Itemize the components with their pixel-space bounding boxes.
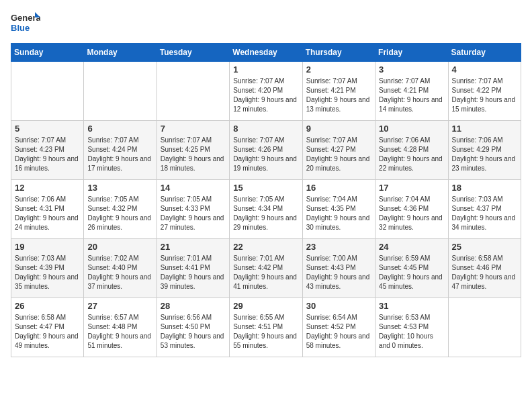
day-info: Sunrise: 7:04 AM Sunset: 4:35 PM Dayligh…: [306, 195, 371, 232]
calendar-cell: 4Sunrise: 7:07 AM Sunset: 4:22 PM Daylig…: [448, 62, 521, 121]
calendar-cell: 8Sunrise: 7:07 AM Sunset: 4:26 PM Daylig…: [230, 121, 302, 180]
calendar-cell: 13Sunrise: 7:05 AM Sunset: 4:32 PM Dayli…: [84, 180, 157, 239]
calendar-cell: 27Sunrise: 6:57 AM Sunset: 4:48 PM Dayli…: [84, 298, 157, 357]
day-info: Sunrise: 6:59 AM Sunset: 4:45 PM Dayligh…: [379, 254, 444, 291]
day-number: 31: [379, 301, 444, 311]
weekday-header-tuesday: Tuesday: [157, 44, 229, 62]
calendar-cell: 21Sunrise: 7:01 AM Sunset: 4:41 PM Dayli…: [157, 239, 229, 298]
calendar-cell: 25Sunrise: 6:58 AM Sunset: 4:46 PM Dayli…: [448, 239, 521, 298]
day-info: Sunrise: 7:07 AM Sunset: 4:20 PM Dayligh…: [233, 77, 298, 114]
day-number: 14: [161, 183, 226, 193]
calendar-table: SundayMondayTuesdayWednesdayThursdayFrid…: [11, 43, 521, 357]
day-number: 17: [379, 183, 444, 193]
day-info: Sunrise: 7:05 AM Sunset: 4:34 PM Dayligh…: [233, 195, 298, 232]
calendar-cell: [11, 62, 84, 121]
day-number: 13: [87, 183, 152, 193]
day-number: 20: [87, 242, 152, 252]
weekday-header-saturday: Saturday: [448, 44, 521, 62]
week-row-5: 26Sunrise: 6:58 AM Sunset: 4:47 PM Dayli…: [11, 298, 521, 357]
day-info: Sunrise: 7:01 AM Sunset: 4:41 PM Dayligh…: [161, 254, 226, 291]
week-row-2: 5Sunrise: 7:07 AM Sunset: 4:23 PM Daylig…: [11, 121, 521, 180]
calendar-cell: [84, 62, 157, 121]
day-number: 7: [161, 124, 226, 134]
day-number: 22: [233, 242, 298, 252]
day-info: Sunrise: 7:00 AM Sunset: 4:43 PM Dayligh…: [306, 254, 371, 291]
svg-text:Blue: Blue: [11, 23, 30, 33]
calendar-cell: 11Sunrise: 7:06 AM Sunset: 4:29 PM Dayli…: [448, 121, 521, 180]
calendar-cell: 10Sunrise: 7:06 AM Sunset: 4:28 PM Dayli…: [375, 121, 448, 180]
day-number: 4: [452, 64, 517, 75]
day-number: 2: [306, 64, 371, 75]
day-number: 18: [452, 183, 517, 193]
day-info: Sunrise: 7:07 AM Sunset: 4:21 PM Dayligh…: [306, 77, 371, 114]
calendar-cell: 12Sunrise: 7:06 AM Sunset: 4:31 PM Dayli…: [11, 180, 84, 239]
day-number: 26: [15, 301, 80, 311]
day-number: 25: [452, 242, 517, 252]
day-number: 1: [233, 64, 298, 75]
calendar-cell: 22Sunrise: 7:01 AM Sunset: 4:42 PM Dayli…: [230, 239, 302, 298]
calendar-cell: 29Sunrise: 6:55 AM Sunset: 4:51 PM Dayli…: [230, 298, 302, 357]
day-number: 19: [15, 242, 80, 252]
day-info: Sunrise: 7:07 AM Sunset: 4:27 PM Dayligh…: [306, 136, 371, 173]
day-info: Sunrise: 7:07 AM Sunset: 4:25 PM Dayligh…: [161, 136, 226, 173]
day-info: Sunrise: 7:07 AM Sunset: 4:24 PM Dayligh…: [87, 136, 152, 173]
day-number: 9: [306, 124, 371, 134]
week-row-4: 19Sunrise: 7:03 AM Sunset: 4:39 PM Dayli…: [11, 239, 521, 298]
day-info: Sunrise: 7:06 AM Sunset: 4:29 PM Dayligh…: [452, 136, 517, 173]
day-info: Sunrise: 7:03 AM Sunset: 4:39 PM Dayligh…: [15, 254, 80, 291]
day-number: 16: [306, 183, 371, 193]
day-info: Sunrise: 7:05 AM Sunset: 4:32 PM Dayligh…: [87, 195, 152, 232]
calendar-cell: 17Sunrise: 7:04 AM Sunset: 4:36 PM Dayli…: [375, 180, 448, 239]
calendar-cell: 16Sunrise: 7:04 AM Sunset: 4:35 PM Dayli…: [302, 180, 375, 239]
day-info: Sunrise: 7:06 AM Sunset: 4:28 PM Dayligh…: [379, 136, 444, 173]
weekday-header-row: SundayMondayTuesdayWednesdayThursdayFrid…: [11, 44, 521, 62]
week-row-1: 1Sunrise: 7:07 AM Sunset: 4:20 PM Daylig…: [11, 62, 521, 121]
calendar-cell: 15Sunrise: 7:05 AM Sunset: 4:34 PM Dayli…: [230, 180, 302, 239]
day-info: Sunrise: 7:07 AM Sunset: 4:23 PM Dayligh…: [15, 136, 80, 173]
day-info: Sunrise: 7:06 AM Sunset: 4:31 PM Dayligh…: [15, 195, 80, 232]
day-number: 11: [452, 124, 517, 134]
calendar-cell: 28Sunrise: 6:56 AM Sunset: 4:50 PM Dayli…: [157, 298, 229, 357]
weekday-header-wednesday: Wednesday: [230, 44, 302, 62]
calendar-cell: 20Sunrise: 7:02 AM Sunset: 4:40 PM Dayli…: [84, 239, 157, 298]
day-info: Sunrise: 7:01 AM Sunset: 4:42 PM Dayligh…: [233, 254, 298, 291]
calendar-cell: 5Sunrise: 7:07 AM Sunset: 4:23 PM Daylig…: [11, 121, 84, 180]
day-number: 23: [306, 242, 371, 252]
day-number: 12: [15, 183, 80, 193]
calendar-cell: 24Sunrise: 6:59 AM Sunset: 4:45 PM Dayli…: [375, 239, 448, 298]
day-info: Sunrise: 6:54 AM Sunset: 4:52 PM Dayligh…: [306, 313, 371, 351]
day-number: 27: [87, 301, 152, 311]
day-info: Sunrise: 7:03 AM Sunset: 4:37 PM Dayligh…: [452, 195, 517, 232]
day-info: Sunrise: 7:07 AM Sunset: 4:21 PM Dayligh…: [379, 77, 444, 114]
calendar-cell: 30Sunrise: 6:54 AM Sunset: 4:52 PM Dayli…: [302, 298, 375, 357]
calendar-cell: 1Sunrise: 7:07 AM Sunset: 4:20 PM Daylig…: [230, 62, 302, 121]
weekday-header-thursday: Thursday: [302, 44, 375, 62]
calendar-cell: 19Sunrise: 7:03 AM Sunset: 4:39 PM Dayli…: [11, 239, 84, 298]
calendar-cell: 6Sunrise: 7:07 AM Sunset: 4:24 PM Daylig…: [84, 121, 157, 180]
day-info: Sunrise: 7:05 AM Sunset: 4:33 PM Dayligh…: [161, 195, 226, 232]
logo: General Blue: [11, 11, 40, 35]
calendar-cell: 14Sunrise: 7:05 AM Sunset: 4:33 PM Dayli…: [157, 180, 229, 239]
calendar-cell: 3Sunrise: 7:07 AM Sunset: 4:21 PM Daylig…: [375, 62, 448, 121]
weekday-header-friday: Friday: [375, 44, 448, 62]
weekday-header-monday: Monday: [84, 44, 157, 62]
day-info: Sunrise: 7:04 AM Sunset: 4:36 PM Dayligh…: [379, 195, 444, 232]
day-number: 21: [161, 242, 226, 252]
page-header: General Blue: [11, 11, 521, 35]
day-info: Sunrise: 7:07 AM Sunset: 4:26 PM Dayligh…: [233, 136, 298, 173]
calendar-cell: 23Sunrise: 7:00 AM Sunset: 4:43 PM Dayli…: [302, 239, 375, 298]
calendar-cell: 31Sunrise: 6:53 AM Sunset: 4:53 PM Dayli…: [375, 298, 448, 357]
day-number: 24: [379, 242, 444, 252]
calendar-cell: 9Sunrise: 7:07 AM Sunset: 4:27 PM Daylig…: [302, 121, 375, 180]
day-info: Sunrise: 6:55 AM Sunset: 4:51 PM Dayligh…: [233, 313, 298, 351]
day-number: 8: [233, 124, 298, 134]
logo-svg: General Blue: [11, 11, 40, 35]
day-number: 30: [306, 301, 371, 311]
calendar-cell: 26Sunrise: 6:58 AM Sunset: 4:47 PM Dayli…: [11, 298, 84, 357]
day-info: Sunrise: 6:56 AM Sunset: 4:50 PM Dayligh…: [161, 313, 226, 351]
day-number: 3: [379, 64, 444, 75]
day-info: Sunrise: 7:02 AM Sunset: 4:40 PM Dayligh…: [87, 254, 152, 291]
day-number: 15: [233, 183, 298, 193]
day-number: 28: [161, 301, 226, 311]
weekday-header-sunday: Sunday: [11, 44, 84, 62]
